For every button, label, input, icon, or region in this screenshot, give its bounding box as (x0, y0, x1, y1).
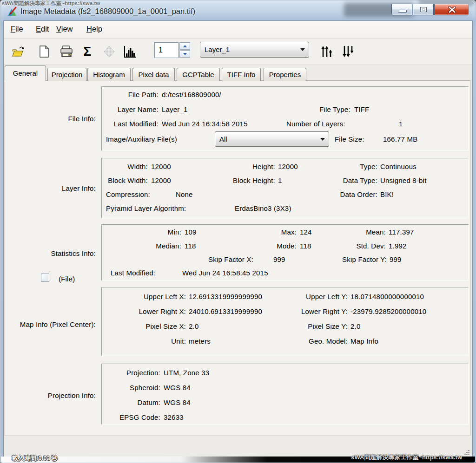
print-button[interactable] (58, 43, 75, 60)
file-type-value: TIFF (354, 105, 369, 113)
layer-select-value: Layer_1 (205, 46, 230, 53)
epsg-code-label: EPSG Code: (112, 413, 160, 421)
image-metadata-window: Image Metadata (fs2_168809000_1a_0001_pa… (0, 0, 476, 463)
maximize-button[interactable] (413, 4, 434, 15)
tab-general[interactable]: General (5, 65, 46, 81)
new-button[interactable] (35, 43, 53, 60)
mode-label: Mode: (251, 242, 297, 250)
skip-factor-y-value: 999 (390, 255, 402, 263)
close-button[interactable] (434, 4, 469, 15)
lower-right-x-label: Lower Right X: (130, 307, 186, 315)
menubar: File Edit View Help (4, 21, 472, 39)
width-value: 12000 (151, 163, 171, 170)
median-value: 118 (185, 242, 196, 250)
unit-label: Unit: (130, 337, 186, 345)
width-label: Width: (101, 163, 148, 170)
app-icon (7, 6, 18, 17)
file-size-value: 166.77 MB (383, 135, 417, 143)
statistics-button[interactable]: Σ (79, 43, 96, 60)
median-label: Median: (139, 242, 181, 250)
pixel-size-y-value: 2.0 (350, 322, 360, 330)
file-type-label: File Type: (319, 105, 350, 113)
menu-help[interactable]: Help (84, 24, 105, 34)
chevron-down-icon (320, 138, 325, 141)
chevron-up-icon (183, 45, 187, 47)
datum-label: Datum: (112, 398, 160, 406)
tab-pixel-data[interactable]: Pixel data (132, 68, 175, 81)
file-last-modified-value: Wed Jun 24 16:34:58 2015 (162, 120, 248, 128)
tab-gcptable[interactable]: GCPTable (177, 68, 220, 81)
type-label: Type: (307, 163, 377, 170)
aux-files-select-value: All (219, 135, 227, 143)
skip-factor-y-label: Skip Factor Y: (321, 255, 387, 263)
mean-label: Mean: (325, 228, 386, 236)
stddev-value: 1.992 (389, 242, 407, 250)
epsg-code-value: 32633 (164, 413, 184, 421)
upper-left-y-label: Upper Left Y: (288, 293, 348, 300)
menu-edit[interactable]: Edit (33, 24, 51, 34)
layer-name-label: Layer Name: (101, 105, 159, 113)
max-label: Max: (251, 228, 297, 236)
projection-value: UTM, Zone 33 (164, 369, 209, 377)
projection-label: Projection: (112, 369, 160, 377)
open-folder-icon (12, 46, 25, 58)
height-value: 12000 (278, 163, 298, 170)
close-icon (448, 7, 456, 13)
tab-properties[interactable]: Properties (264, 68, 306, 81)
block-width-value: 12000 (151, 176, 171, 184)
raise-layer-button[interactable] (318, 43, 336, 60)
spheroid-value: WGS 84 (164, 384, 191, 391)
stats-last-modified-label: Last Modified: (111, 269, 155, 277)
pixel-size-y-label: Pixel Size Y: (288, 322, 348, 330)
lower-right-y-label: Lower Right Y: (288, 307, 348, 315)
stddev-label: Std. Dev: (316, 242, 386, 250)
raise-layer-icon (320, 46, 333, 58)
stats-last-modified-value: Wed Jun 24 16:58:45 2015 (182, 269, 268, 277)
datum-value: WGS 84 (164, 398, 191, 406)
lower-layer-button[interactable] (339, 43, 357, 60)
histogram-button[interactable] (121, 43, 139, 60)
toolbar: Σ (4, 39, 472, 65)
pyramid-layers-icon (103, 46, 115, 58)
window-title: Image Metadata (fs2_168809000_1a_0001_pa… (20, 7, 195, 16)
histogram-icon (123, 45, 137, 58)
upper-left-x-label: Upper Left X: (130, 293, 186, 300)
pixel-size-x-value: 2.0 (189, 322, 198, 330)
tab-histogram[interactable]: Histogram (87, 68, 131, 81)
block-height-label: Block Height: (214, 176, 275, 184)
lower-layer-icon (342, 46, 355, 58)
lower-right-y-value: -23979.9285200000010 (350, 307, 426, 315)
projection-section-label: Projection Info: (5, 391, 96, 399)
pyramid-algorithm-value: ErdasBino3 (3X3) (235, 204, 291, 212)
tab-projection[interactable]: Projection (47, 68, 86, 81)
compression-value: None (176, 190, 193, 198)
layer-select[interactable]: Layer_1 (200, 42, 309, 58)
minimize-button[interactable] (391, 4, 412, 15)
compression-label: Compression: (106, 190, 150, 198)
layer-number-up-button[interactable] (179, 42, 190, 50)
layer-number-input[interactable] (154, 42, 178, 58)
file-last-modified-label: Last Modified: (101, 120, 159, 128)
layer-number-down-button[interactable] (179, 50, 190, 58)
map-info-section-label: Map Info (Pixel Center): (5, 320, 96, 328)
menu-view[interactable]: View (54, 24, 75, 34)
max-value: 124 (300, 228, 312, 236)
resize-grip[interactable] (464, 449, 470, 455)
open-button[interactable] (9, 43, 27, 60)
aux-files-select[interactable]: All (215, 131, 329, 147)
layer-info-section-label: Layer Info: (5, 184, 96, 192)
file-stats-checkbox[interactable] (41, 274, 49, 282)
block-height-value: 1 (278, 176, 282, 184)
new-document-icon (40, 46, 49, 58)
file-stats-checkbox-label: (File) (59, 275, 75, 283)
pyramid-button[interactable] (100, 43, 118, 60)
aux-files-label: Image/Auxiliary File(s) (106, 135, 177, 143)
watermark-bottom-right: sWA問題解決專家工作室~https://swa.tw (351, 453, 462, 462)
menu-file[interactable]: File (8, 24, 26, 34)
skip-factor-x-value: 999 (273, 255, 285, 263)
file-size-label: File Size: (335, 135, 364, 143)
sigma-icon: Σ (84, 45, 92, 58)
printer-icon (60, 46, 73, 58)
mode-value: 118 (300, 242, 311, 250)
tab-tiff-info[interactable]: TIFF Info (222, 68, 261, 81)
